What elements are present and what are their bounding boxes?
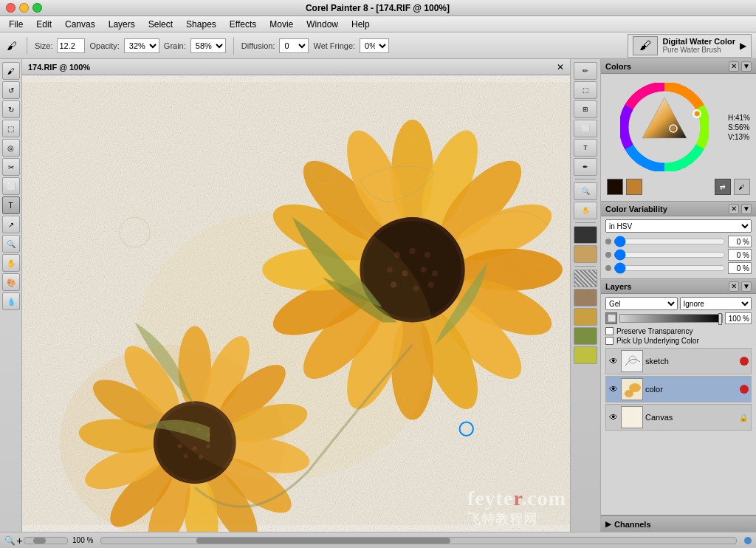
menu-file[interactable]: File	[3, 18, 29, 31]
color-options-btn[interactable]: 🖌	[734, 179, 750, 195]
cv-panel-close[interactable]: ✕	[729, 204, 739, 214]
menu-select[interactable]: Select	[142, 18, 179, 31]
left-tool-hand[interactable]: ✋	[2, 254, 20, 272]
opacity-slider[interactable]	[619, 314, 723, 323]
menu-edit[interactable]: Edit	[30, 18, 58, 31]
mid-tool-pattern5[interactable]	[574, 346, 597, 364]
layer-compositing-dropdown[interactable]: Ignore	[680, 297, 752, 310]
mid-tool-pattern1[interactable]	[574, 270, 597, 287]
menu-layers[interactable]: Layers	[103, 18, 141, 31]
cv-s-value[interactable]	[728, 249, 752, 261]
cv-v-slider[interactable]	[614, 264, 726, 273]
window-controls[interactable]	[6, 3, 42, 13]
layers-panel-close[interactable]: ✕	[729, 281, 739, 292]
left-tool-zoom[interactable]: 🔍	[2, 235, 20, 253]
mid-tool-color-bg[interactable]	[574, 245, 597, 263]
foreground-swatch[interactable]	[607, 179, 623, 195]
menu-shapes[interactable]: Shapes	[180, 18, 222, 31]
layer-eye-canvas[interactable]: 👁	[608, 412, 619, 422]
opacity-value-input[interactable]	[725, 312, 752, 324]
mid-tool-color-fg[interactable]	[574, 226, 597, 244]
mid-tool-hand[interactable]: ✋	[574, 202, 597, 219]
left-toolbar: 🖌 ↺ ↻ ⬚ ◎ ✂ ⬜ T ↗ 🔍 ✋ 🎨 💧	[0, 59, 22, 532]
left-tool-lasso[interactable]: ✂	[2, 158, 20, 176]
color-wheel[interactable]	[620, 83, 709, 171]
mid-tool-pattern2[interactable]	[574, 289, 597, 306]
minimize-button[interactable]	[19, 3, 29, 13]
layer-item-sketch[interactable]: 👁 sketch	[605, 348, 752, 374]
cv-s-slider[interactable]	[614, 250, 726, 259]
zoom-out-btn[interactable]: 🔍	[4, 535, 16, 546]
left-tool-rotate-left[interactable]: ↺	[2, 81, 20, 99]
left-tool-select-ellipse[interactable]: ◎	[2, 139, 20, 157]
menu-canvas[interactable]: Canvas	[59, 18, 101, 31]
svg-point-21	[409, 248, 415, 254]
svg-point-57	[60, 345, 285, 532]
mid-tool-pen[interactable]: ✒	[574, 158, 597, 176]
mid-tool-select-more[interactable]: ⊞	[574, 100, 597, 118]
background-swatch[interactable]	[626, 179, 642, 195]
scrollbar-v[interactable]	[24, 537, 68, 544]
left-tool-color-fill[interactable]: 🎨	[2, 273, 20, 291]
layers-panel-menu[interactable]: ▼	[741, 281, 752, 292]
swap-colors-btn[interactable]: ⇄	[715, 179, 731, 195]
mid-tool-select-rect[interactable]: ⬚	[574, 81, 597, 99]
grain-dropdown[interactable]: 58%	[190, 38, 226, 53]
cv-mode-dropdown[interactable]: in HSV	[605, 219, 752, 233]
mid-tool-zoom[interactable]: 🔍	[574, 182, 597, 200]
layer-item-canvas[interactable]: 👁 Canvas 🔒	[605, 404, 752, 431]
preserve-transparency-label: Preserve Transparency	[616, 327, 693, 335]
mid-tool-pattern4[interactable]	[574, 327, 597, 345]
left-tool-transform[interactable]: ⬜	[2, 177, 20, 195]
menu-window[interactable]: Window	[300, 18, 344, 31]
opacity-dropdown[interactable]: 32%	[124, 38, 159, 53]
colors-panel-menu[interactable]: ▼	[741, 61, 752, 72]
diffusion-dropdown[interactable]: 0	[279, 38, 309, 53]
preserve-transparency-checkbox[interactable]	[605, 327, 614, 335]
mid-tool-text[interactable]: T	[574, 139, 597, 157]
layer-eye-sketch[interactable]: 👁	[608, 356, 619, 366]
s-value: S:56%	[728, 123, 750, 131]
cv-h-value[interactable]	[728, 236, 752, 247]
colors-panel-close[interactable]: ✕	[729, 61, 739, 72]
canvas-viewport[interactable]: feyter.com 飞特教程网	[22, 75, 570, 532]
brush-info: Digital Water Color Pure Water Brush	[662, 37, 735, 54]
size-input[interactable]	[57, 38, 85, 53]
cv-v-value[interactable]	[728, 262, 752, 274]
layer-eye-color[interactable]: 👁	[608, 384, 619, 394]
mid-tool-brush[interactable]: ✏	[574, 62, 597, 80]
color-swatches-row: ⇄ 🖌	[607, 179, 750, 195]
zoom-in-btn[interactable]: +	[16, 534, 22, 547]
svg-rect-72	[622, 407, 643, 428]
pick-up-checkbox[interactable]	[605, 337, 614, 345]
cv-panel-menu[interactable]: ▼	[741, 204, 752, 214]
brush-tool-icon[interactable]: 🖌	[4, 38, 19, 53]
mid-tool-transform[interactable]: ⬜	[574, 120, 597, 137]
left-tool-rotate-right[interactable]: ↻	[2, 100, 20, 118]
channels-panel-title: Channels	[614, 520, 651, 529]
left-tool-arrow[interactable]: ↗	[2, 216, 20, 233]
layer-mode-dropdown[interactable]: Gel	[605, 297, 678, 310]
preserve-transparency-row: Preserve Transparency	[605, 327, 752, 335]
close-button[interactable]	[6, 3, 16, 13]
left-tool-brush[interactable]: 🖌	[2, 62, 20, 80]
wet-fringe-dropdown[interactable]: 0%	[360, 38, 389, 53]
layer-item-color[interactable]: 👁 color	[605, 376, 752, 403]
menu-effects[interactable]: Effects	[224, 18, 262, 31]
left-tool-eyedrop[interactable]: 💧	[2, 292, 20, 310]
maximize-button[interactable]	[32, 3, 42, 13]
left-tool-text[interactable]: T	[2, 196, 20, 214]
canvas-title-text: 174.RIF @ 100%	[28, 63, 90, 72]
mid-tool-pattern3[interactable]	[574, 308, 597, 326]
cv-h-slider[interactable]	[614, 237, 726, 246]
svg-point-25	[421, 267, 427, 273]
brush-selector[interactable]: 🖌 Digital Water Color Pure Water Brush ▶	[628, 34, 752, 58]
left-tool-select-rect[interactable]: ⬚	[2, 120, 20, 137]
channels-expand-arrow[interactable]: ▶	[605, 520, 611, 528]
brush-expand-arrow[interactable]: ▶	[740, 41, 746, 51]
menu-movie[interactable]: Movie	[264, 18, 299, 31]
scrollbar-h[interactable]	[100, 537, 737, 544]
channels-panel-collapsed[interactable]: ▶ Channels	[601, 516, 756, 532]
menu-help[interactable]: Help	[346, 18, 376, 31]
canvas-close-button[interactable]: ✕	[557, 62, 564, 72]
